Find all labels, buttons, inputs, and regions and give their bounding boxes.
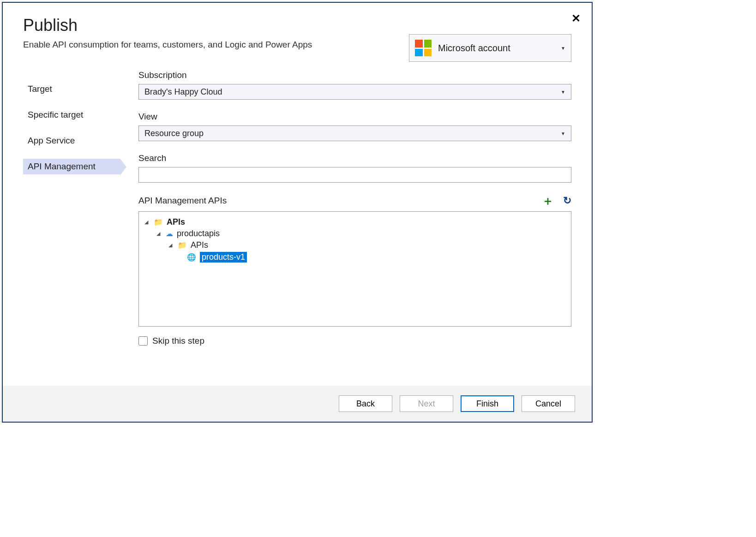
api-list-label: API Management APIs [138,196,227,206]
api-list-header: API Management APIs ＋ ↻ [138,195,571,207]
account-label: Microsoft account [438,43,554,54]
add-icon[interactable]: ＋ [542,195,554,207]
expander-icon[interactable]: ◢ [144,219,150,225]
header-area: Publish Enable API consumption for teams… [3,3,592,62]
tree-node-label: products-v1 [200,252,247,263]
skip-checkbox[interactable] [138,336,148,346]
chevron-down-icon: ▼ [561,131,565,136]
tree-node-label: APIs [191,240,208,250]
sidebar-item-label: API Management [28,161,96,171]
sidebar-item-app-service[interactable]: App Service [23,133,120,149]
expander-icon[interactable]: ◢ [168,242,174,248]
sidebar-item-target[interactable]: Target [23,81,120,97]
skip-label: Skip this step [152,336,204,346]
view-dropdown[interactable]: Resource group ▼ [138,125,571,141]
folder-icon: 📁 [178,241,187,250]
close-button[interactable]: ✕ [571,12,581,25]
view-value: Resource group [144,129,204,138]
globe-icon: 🌐 [187,253,196,262]
sidebar-item-label: Specific target [28,110,83,119]
wizard-sidebar: Target Specific target App Service API M… [23,70,120,386]
form-area: Subscription Brady's Happy Cloud ▼ View … [138,70,571,386]
folder-icon: 📁 [154,218,163,227]
tree-node-root[interactable]: ◢ 📁 APIs [144,216,565,228]
refresh-icon[interactable]: ↻ [563,196,571,206]
page-subtitle: Enable API consumption for teams, custom… [23,40,312,50]
sidebar-item-label: App Service [28,136,75,145]
next-button: Next [400,395,453,412]
chevron-down-icon: ▼ [561,46,565,51]
account-selector[interactable]: Microsoft account ▼ [409,34,571,62]
expander-icon[interactable]: ◢ [156,231,162,237]
api-tree: ◢ 📁 APIs ◢ ☁ productapis ◢ 📁 APIs 🌐 prod… [138,211,571,327]
heading-block: Publish Enable API consumption for teams… [23,16,312,50]
tree-node-folder[interactable]: ◢ 📁 APIs [144,239,565,251]
page-title: Publish [23,16,312,35]
sidebar-item-api-management[interactable]: API Management [23,159,120,174]
finish-button[interactable]: Finish [461,395,514,412]
cloud-icon: ☁ [166,229,173,238]
tree-node-label: productapis [177,229,220,239]
tree-node-service[interactable]: ◢ ☁ productapis [144,228,565,239]
cancel-button[interactable]: Cancel [522,395,575,412]
view-label: View [138,112,571,122]
back-button[interactable]: Back [339,395,392,412]
subscription-value: Brady's Happy Cloud [144,87,222,97]
body-area: Target Specific target App Service API M… [3,62,592,386]
dialog-footer: Back Next Finish Cancel [3,386,592,422]
sidebar-item-label: Target [28,84,52,94]
tree-node-api-selected[interactable]: 🌐 products-v1 [144,251,565,263]
microsoft-logo-icon [415,40,432,56]
subscription-dropdown[interactable]: Brady's Happy Cloud ▼ [138,84,571,100]
search-input[interactable] [138,167,571,183]
chevron-down-icon: ▼ [561,90,565,95]
skip-step-row[interactable]: Skip this step [138,336,571,346]
sidebar-item-specific-target[interactable]: Specific target [23,107,120,123]
tree-node-label: APIs [167,217,185,227]
subscription-label: Subscription [138,70,571,80]
publish-dialog: ✕ Publish Enable API consumption for tea… [2,2,593,423]
search-label: Search [138,153,571,163]
